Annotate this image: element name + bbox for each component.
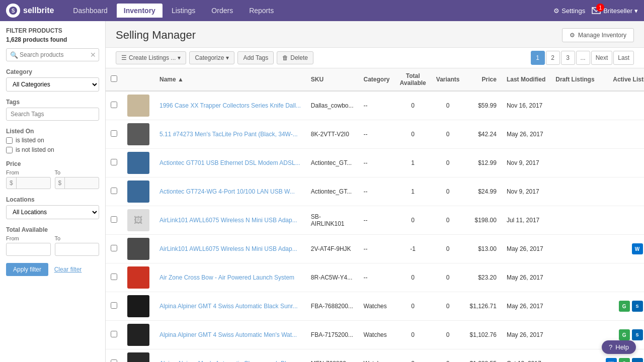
row-price-cell: $12.99 — [465, 149, 502, 177]
row-checkbox-cell — [106, 321, 122, 349]
manage-inventory-button[interactable]: ⚙ Manage Inventory — [562, 28, 634, 42]
add-tags-button[interactable]: Add Tags — [237, 51, 274, 64]
row-checkbox[interactable] — [111, 159, 117, 165]
row-checkbox[interactable] — [111, 274, 117, 280]
row-active-listings-cell: GSa — [600, 292, 644, 321]
row-variants-cell: 0 — [431, 120, 465, 149]
row-total-avail-cell: 0 — [395, 292, 431, 321]
row-checkbox-cell — [106, 206, 122, 235]
categorize-button[interactable]: Categorize ▾ — [189, 51, 234, 64]
trash-icon: 🗑 — [282, 54, 288, 61]
user-menu[interactable]: 1 Briteseller ▾ — [591, 7, 638, 15]
tags-search-input[interactable] — [6, 108, 99, 121]
row-thumb-cell — [122, 177, 154, 206]
row-category-cell: -- — [359, 206, 395, 235]
product-name-link[interactable]: Alpina Alpiner GMT 4 Swiss Automatic Bla… — [159, 303, 298, 310]
product-name-link[interactable]: AirLink101 AWLL6075 Wireless N Mini USB … — [159, 217, 297, 224]
row-last-modified-cell: May 26, 2017 — [502, 292, 550, 321]
product-name-link[interactable]: 1996 Case XX Trapper Collectors Series K… — [159, 102, 301, 109]
row-checkbox[interactable] — [111, 302, 117, 309]
row-sku-cell: 2V-AT4F-9HJK — [306, 235, 359, 263]
product-name-link[interactable]: Alpina Alpiner GMT 4 Swiss Automatic Men… — [159, 331, 297, 338]
help-button[interactable]: ? Help — [602, 340, 636, 354]
nav-inventory[interactable]: Inventory — [117, 4, 163, 18]
row-category-cell: -- — [359, 120, 395, 149]
row-draft-listings-cell — [550, 149, 599, 177]
name-column-header[interactable]: Name ▲ — [154, 68, 306, 91]
row-thumb-cell: 🖼 — [122, 206, 154, 235]
search-clear-icon[interactable]: ✕ — [90, 51, 96, 59]
row-active-listings-cell: eBay — [600, 177, 644, 206]
next-page-button[interactable]: Next — [591, 51, 613, 65]
row-variants-cell: 0 — [431, 349, 465, 363]
search-products-section: 🔍 ✕ — [6, 48, 99, 61]
search-icon: 🔍 — [10, 51, 18, 59]
row-variants-cell: 0 — [431, 321, 465, 349]
row-checkbox[interactable] — [111, 245, 117, 251]
product-name-link[interactable]: Actiontec GT724-WG 4-Port 10/100 LAN USB… — [159, 188, 295, 195]
row-checkbox[interactable] — [111, 188, 117, 194]
google-channel-icon: G — [619, 301, 630, 312]
nav-orders[interactable]: Orders — [204, 4, 240, 18]
price-to-input[interactable] — [65, 177, 99, 189]
search-products-input[interactable] — [6, 48, 99, 61]
table-row: 1996 Case XX Trapper Collectors Series K… — [106, 91, 644, 120]
price-to-label: To — [55, 169, 100, 175]
row-checkbox[interactable] — [111, 102, 117, 108]
clear-filter-button[interactable]: Clear filter — [54, 266, 82, 273]
svg-text:S: S — [12, 8, 15, 14]
row-sku-cell: MFN-768820... — [306, 349, 359, 363]
manage-icon: ⚙ — [570, 32, 575, 39]
select-all-checkbox[interactable] — [111, 75, 117, 82]
delete-button[interactable]: 🗑 Delete — [277, 51, 313, 64]
row-checkbox-cell — [106, 91, 122, 120]
row-sku-cell: 8R-AC5W-Y4... — [306, 263, 359, 292]
product-name-link[interactable]: Alpina Alpiner Men's Automatic Chronogra… — [159, 360, 297, 362]
product-name-link[interactable]: Air Zone Cross Bow - Air Powered Launch … — [159, 274, 294, 281]
nav-reports[interactable]: Reports — [242, 4, 281, 18]
total-from-input[interactable] — [6, 243, 51, 256]
dropdown-arrow-icon: ▾ — [178, 54, 181, 61]
row-checkbox-cell — [106, 349, 122, 363]
logo: S sellbrite — [6, 4, 54, 18]
row-checkbox[interactable] — [111, 331, 117, 337]
product-name-link[interactable]: Actiontec GT701 USB Ethernet DSL Modem A… — [159, 159, 300, 166]
price-from-input[interactable] — [17, 177, 50, 189]
row-category-cell: Watches — [359, 321, 395, 349]
page-2-button[interactable]: 2 — [546, 51, 560, 65]
row-checkbox[interactable] — [111, 359, 117, 362]
is-not-listed-on-checkbox[interactable] — [6, 147, 13, 153]
row-thumb-cell — [122, 235, 154, 263]
is-listed-on-checkbox[interactable] — [6, 137, 13, 144]
row-checkbox-cell — [106, 263, 122, 292]
row-sku-cell: 8K-2VTT-V2I0 — [306, 120, 359, 149]
row-checkbox[interactable] — [111, 216, 117, 223]
nav-listings[interactable]: Listings — [165, 4, 202, 18]
settings-link[interactable]: ⚙ Settings — [553, 7, 585, 15]
locations-select[interactable]: All Locations — [6, 205, 99, 219]
apply-filter-button[interactable]: Apply filter — [6, 263, 48, 276]
total-to-input[interactable] — [55, 243, 100, 256]
price-section: Price From $ To $ — [6, 160, 99, 189]
page-ellipsis[interactable]: ... — [576, 51, 590, 65]
category-select[interactable]: All Categories — [6, 77, 99, 92]
row-checkbox[interactable] — [111, 130, 117, 137]
gear-icon: ⚙ — [553, 7, 559, 15]
price-from-symbol: $ — [7, 177, 17, 189]
categorize-arrow-icon: ▾ — [226, 54, 229, 61]
page-3-button[interactable]: 3 — [561, 51, 575, 65]
create-listings-button[interactable]: ☰ Create Listings ... ▾ — [116, 51, 186, 64]
page-1-button[interactable]: 1 — [531, 51, 545, 65]
row-name-cell: Alpina Alpiner Men's Automatic Chronogra… — [154, 349, 306, 363]
nav-dashboard[interactable]: Dashboard — [66, 4, 115, 18]
row-last-modified-cell: Oct 13, 2017 — [502, 349, 550, 363]
row-draft-listings-cell — [550, 321, 599, 349]
last-page-button[interactable]: Last — [613, 51, 634, 65]
logo-icon: S — [6, 4, 20, 18]
product-name-link[interactable]: AirLink101 AWLL6075 Wireless N Mini USB … — [159, 245, 297, 252]
row-draft-listings-cell — [550, 292, 599, 321]
product-name-link[interactable]: 5.11 #74273 Men's TacLite Pro Pant (Blac… — [159, 131, 298, 138]
table-row: Alpina Alpiner GMT 4 Swiss Automatic Bla… — [106, 292, 644, 321]
page-title: Selling Manager — [116, 29, 196, 42]
row-name-cell: AirLink101 AWLL6075 Wireless N Mini USB … — [154, 235, 306, 263]
